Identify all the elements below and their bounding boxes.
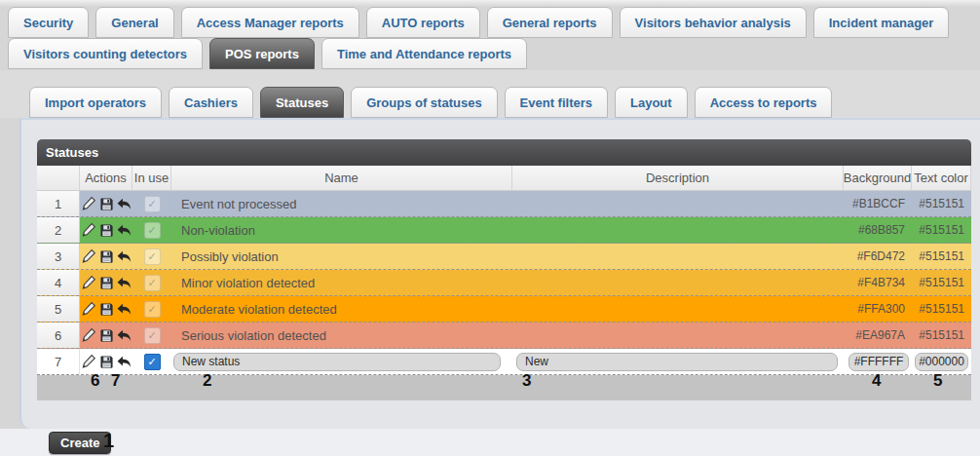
row-number: 5 (37, 296, 80, 322)
undo-icon[interactable] (116, 221, 132, 239)
row-actions (80, 191, 132, 216)
tab-security[interactable]: Security (8, 7, 89, 38)
table-title: Statuses (37, 139, 971, 166)
status-name: Serious violation detected (171, 323, 512, 348)
annotation-3-description-input: 3 (522, 368, 531, 394)
save-icon[interactable] (98, 274, 115, 291)
annotation-7-undo-icon: 7 (111, 368, 120, 394)
background-hex: #FFA300 (844, 296, 912, 322)
status-name: Event not processed (171, 191, 512, 216)
background-hex: #EA967A (844, 323, 912, 348)
tab-pos-reports[interactable]: POS reports (209, 38, 315, 69)
save-icon[interactable] (98, 326, 115, 344)
row-actions (80, 296, 132, 322)
tab-time-and-attendance-reports[interactable]: Time and Attendance reports (321, 38, 527, 69)
undo-icon[interactable] (116, 274, 132, 291)
tab-general[interactable]: General (95, 7, 173, 38)
row-actions (80, 217, 132, 243)
undo-icon[interactable] (116, 326, 132, 344)
col-header-text-color: Text color (912, 166, 971, 190)
subtab-cashiers[interactable]: Cashiers (169, 87, 253, 118)
status-name: Non-violation (171, 217, 512, 243)
text-color-hex: #515151 (912, 244, 971, 269)
subtab-layout[interactable]: Layout (615, 87, 688, 118)
row-number: 3 (37, 244, 80, 269)
main-tabbar-row2: Visitors counting detectors POS reports … (8, 38, 527, 69)
tab-auto-reports[interactable]: AUTO reports (366, 7, 480, 38)
annotation-4-background-input: 4 (872, 368, 881, 394)
annotation-2-name-input: 2 (203, 368, 211, 394)
undo-icon[interactable] (116, 195, 132, 212)
in-use-checkbox-disabled (144, 301, 161, 318)
annotation-5-text-color-input: 5 (933, 368, 942, 394)
create-button[interactable]: Create (49, 432, 111, 454)
edit-pencil-icon[interactable] (81, 326, 97, 344)
edit-pencil-icon[interactable] (81, 195, 97, 212)
table-row: 1 Event not processed #B1BCCF #515151 (37, 191, 971, 217)
new-status-row: 7 (37, 349, 971, 375)
status-name: Moderate violation detected (171, 296, 512, 322)
in-use-checkbox-disabled (144, 248, 161, 265)
col-header-actions: Actions (80, 166, 132, 190)
tab-visitors-counting-detectors[interactable]: Visitors counting detectors (8, 38, 203, 69)
status-description (512, 296, 844, 322)
status-name: Minor violation detected (171, 270, 512, 295)
sub-tabbar: Import operators Cashiers Statuses Group… (29, 87, 832, 118)
annotation-1-create-button: 1 (103, 429, 114, 452)
subtab-groups-of-statuses[interactable]: Groups of statuses (351, 87, 497, 118)
text-color-hex: #515151 (912, 217, 971, 243)
annotation-6-edit-icon: 6 (91, 368, 99, 394)
edit-pencil-icon[interactable] (81, 274, 97, 291)
in-use-checkbox-disabled (144, 196, 161, 212)
tab-incident-manager[interactable]: Incident manager (813, 7, 950, 38)
row-actions (80, 349, 132, 374)
in-use-checkbox[interactable] (144, 354, 161, 370)
table-row: 6 Serious violation detected #EA967A #51… (37, 323, 971, 349)
subtab-import-operators[interactable]: Import operators (29, 87, 162, 118)
col-header-rownum (37, 166, 80, 190)
background-hex: #F6D472 (844, 244, 912, 269)
row-number: 2 (37, 217, 80, 243)
background-hex: #F4B734 (844, 270, 912, 295)
new-status-description-input[interactable] (516, 353, 838, 371)
table-row: 5 Moderate violation detected #FFA300 #5… (37, 296, 971, 323)
text-color-hex: #515151 (912, 296, 971, 322)
row-actions (80, 244, 132, 269)
subtab-event-filters[interactable]: Event filters (505, 87, 608, 118)
in-use-checkbox-disabled (144, 327, 161, 344)
tab-general-reports[interactable]: General reports (487, 7, 613, 38)
row-number: 1 (37, 191, 80, 216)
row-actions (80, 270, 132, 295)
status-description (512, 217, 844, 243)
undo-icon[interactable] (116, 247, 132, 265)
statuses-panel: Statuses Actions In use Name Description… (19, 118, 980, 429)
text-color-hex: #515151 (912, 323, 971, 348)
col-header-description: Description (512, 166, 844, 190)
save-icon[interactable] (98, 300, 115, 318)
edit-pencil-icon[interactable] (81, 247, 97, 265)
in-use-checkbox-disabled (144, 222, 161, 239)
save-icon[interactable] (98, 221, 115, 239)
tab-access-manager-reports[interactable]: Access Manager reports (181, 7, 359, 38)
in-use-checkbox-disabled (144, 275, 161, 291)
text-color-hex: #515151 (912, 270, 971, 295)
tab-visitors-behavior-analysis[interactable]: Visitors behavior analysis (620, 7, 807, 38)
save-icon[interactable] (98, 247, 115, 265)
edit-pencil-icon[interactable] (81, 300, 97, 318)
row-actions (80, 323, 132, 348)
panel-footer (37, 400, 971, 437)
main-tabbar-row1: Security General Access Manager reports … (8, 7, 949, 38)
new-status-name-input[interactable] (173, 353, 501, 371)
save-icon[interactable] (98, 195, 115, 212)
statuses-table: Statuses Actions In use Name Description… (37, 139, 971, 437)
subtab-statuses[interactable]: Statuses (260, 87, 344, 118)
subtab-access-to-reports[interactable]: Access to reports (695, 87, 833, 118)
edit-pencil-icon[interactable] (81, 221, 97, 239)
table-row: 4 Minor violation detected #F4B734 #5151… (37, 270, 971, 296)
annotation-bar (37, 375, 971, 400)
status-description (512, 270, 844, 295)
status-description (512, 191, 844, 216)
col-header-name: Name (171, 166, 512, 190)
undo-icon[interactable] (116, 300, 132, 318)
status-name: Possibly violation (171, 244, 512, 269)
